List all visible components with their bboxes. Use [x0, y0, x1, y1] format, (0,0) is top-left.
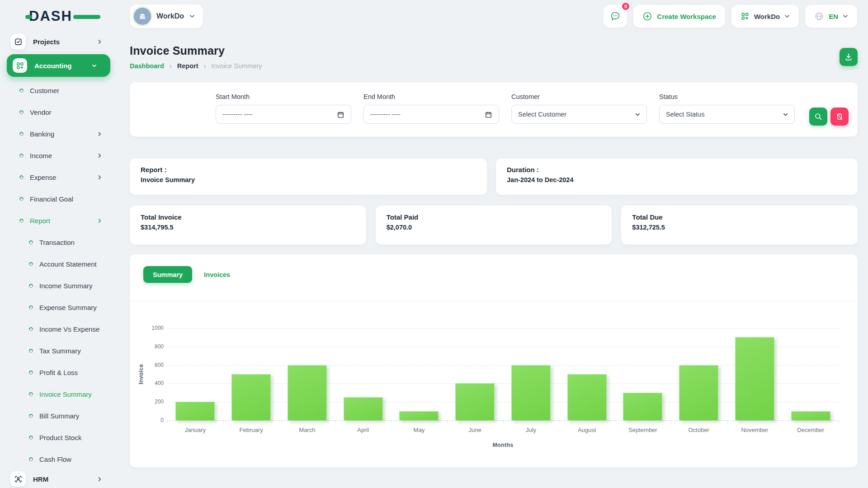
total-label: Total Due [632, 213, 847, 221]
customer-select[interactable]: Select Customer [511, 105, 647, 124]
sidebar-item-label: Income Vs Expense [39, 325, 99, 333]
sidebar-item-expense[interactable]: Expense [0, 166, 118, 188]
sidebar-item-projects[interactable]: Projects [0, 33, 118, 51]
x-axis-tick [167, 420, 168, 423]
breadcrumb-separator: › [170, 62, 172, 70]
download-icon [844, 52, 853, 61]
building-icon [138, 12, 147, 21]
bar-february [231, 374, 271, 420]
apply-filter-button[interactable] [809, 108, 827, 126]
gridline [167, 328, 839, 328]
total-card-total-invoice: Total Invoice$314,795.5 [130, 206, 366, 244]
app-logo[interactable]: DASH [29, 8, 97, 24]
download-button[interactable] [840, 48, 858, 66]
status-select[interactable]: Select Status [659, 105, 795, 124]
sidebar-item-transaction[interactable]: Transaction [0, 231, 118, 253]
invoice-bar-chart: 02004006008001000JanuaryFebruaryMarchApr… [130, 301, 858, 467]
chevron-right-icon [97, 39, 102, 44]
x-axis-tick-label: September [615, 427, 671, 433]
sidebar-item-bill-summary[interactable]: Bill Summary [0, 405, 118, 427]
breadcrumb-report[interactable]: Report [177, 62, 198, 70]
sidebar-item-label: Profit & Loss [39, 369, 78, 376]
messages-badge: 0 [621, 2, 630, 11]
x-axis-tick-label: April [335, 427, 391, 433]
x-axis-tick [447, 420, 448, 423]
create-workspace-label: Create Workspace [657, 13, 716, 20]
messages-button[interactable]: 0 [604, 5, 627, 28]
app-root: DASH WorkDo 0 Create Workspace [0, 0, 868, 488]
sidebar-item-report[interactable]: Report [0, 210, 118, 231]
sidebar-item-banking[interactable]: Banking [0, 123, 118, 145]
sidebar-item-label: Report [30, 217, 50, 225]
breadcrumb-dashboard[interactable]: Dashboard [130, 62, 164, 70]
end-month-input[interactable]: --------- ---- [363, 105, 499, 124]
sidebar-item-customer[interactable]: Customer [0, 80, 118, 101]
bullet-icon [28, 413, 34, 419]
x-axis-tick [615, 420, 615, 423]
y-axis-tick-label: 800 [144, 343, 164, 350]
x-axis-tick [223, 420, 224, 423]
sidebar-item-accounting[interactable]: Accounting [7, 54, 110, 77]
x-axis-tick [391, 420, 392, 423]
input-placeholder: --------- ---- [370, 111, 401, 118]
bullet-icon [28, 326, 34, 332]
sidebar-item-label: Product Stock [39, 434, 81, 441]
sidebar-item-expense-summary[interactable]: Expense Summary [0, 296, 118, 318]
bullet-icon [19, 131, 24, 137]
bullet-icon [28, 348, 34, 354]
sidebar-item-label: Income [30, 152, 52, 160]
bullet-icon [28, 283, 34, 289]
total-label: Total Paid [387, 213, 601, 221]
bar-march [288, 365, 327, 420]
modules-icon [13, 58, 27, 73]
sidebar-item-label: Cash Flow [39, 455, 71, 463]
x-axis-tick-label: June [447, 427, 503, 433]
select-value: Select Customer [518, 111, 566, 118]
create-workspace-button[interactable]: Create Workspace [633, 5, 725, 28]
logo-text: DASH [29, 8, 72, 24]
sidebar-item-label: HRM [33, 475, 48, 483]
x-axis-tick-label: May [391, 427, 447, 433]
sidebar-item-label: Income Summary [39, 282, 93, 290]
bullet-icon [28, 261, 34, 267]
grid-plus-icon [741, 12, 750, 21]
sidebar-item-income-summary[interactable]: Income Summary [0, 275, 118, 296]
sidebar-item-income-vs-expense[interactable]: Income Vs Expense [0, 318, 118, 340]
sidebar-item-product-stock[interactable]: Product Stock [0, 427, 118, 448]
chevron-right-icon [97, 153, 102, 158]
sidebar-item-cash-flow[interactable]: Cash Flow [0, 448, 118, 470]
sidebar-item-financial-goal[interactable]: Financial Goal [0, 188, 118, 210]
input-placeholder: --------- ---- [222, 111, 253, 118]
sidebar-item-account-statement[interactable]: Account Statement [0, 253, 118, 275]
language-selector[interactable]: EN [805, 5, 857, 28]
chevron-down-icon [92, 63, 97, 68]
page-header: Invoice Summary Dashboard›Report›Invoice… [130, 44, 858, 70]
bullet-icon [19, 174, 24, 180]
report-tabs: SummaryInvoices [130, 254, 858, 283]
tab-summary[interactable]: Summary [143, 266, 192, 283]
hrm-icon [10, 471, 26, 487]
workspace-menu-button[interactable]: WorkDo [731, 5, 799, 28]
logo-dot-accent [25, 15, 32, 19]
sidebar-item-income[interactable]: Income [0, 145, 118, 166]
tab-invoices[interactable]: Invoices [204, 271, 230, 278]
sidebar-item-hrm[interactable]: HRM [0, 470, 118, 488]
logo-dash-accent [73, 15, 100, 19]
x-axis-tick [671, 420, 671, 423]
x-axis-tick [727, 420, 727, 423]
total-value: $2,070.0 [387, 224, 601, 231]
sidebar-item-vendor[interactable]: Vendor [0, 101, 118, 123]
filter-label: Status [659, 93, 795, 100]
workspace-switcher[interactable]: WorkDo [130, 5, 203, 28]
sidebar-item-invoice-summary[interactable]: Invoice Summary [0, 383, 118, 405]
x-axis-tick-label: February [223, 427, 279, 433]
globe-icon [814, 11, 824, 21]
chevron-down-icon [189, 14, 195, 19]
reset-filter-button[interactable] [830, 108, 849, 126]
sidebar-item-label: Expense Summary [39, 304, 97, 311]
sidebar-item-tax-summary[interactable]: Tax Summary [0, 340, 118, 361]
y-axis-tick-label: 1000 [144, 325, 164, 331]
page-title: Invoice Summary [130, 44, 262, 57]
sidebar-item-profit-loss[interactable]: Profit & Loss [0, 361, 118, 383]
start-month-input[interactable]: --------- ---- [216, 105, 351, 124]
